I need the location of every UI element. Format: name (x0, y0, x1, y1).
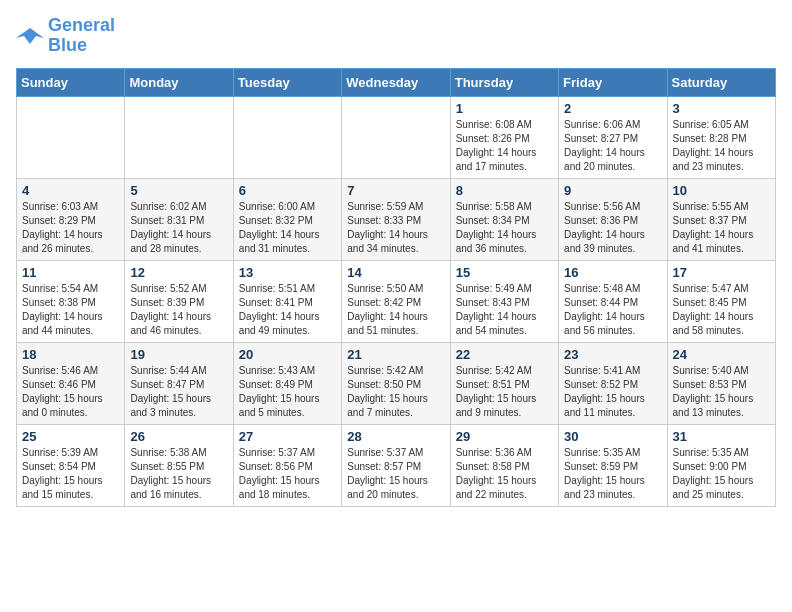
calendar-cell: 10 Sunrise: 5:55 AMSunset: 8:37 PMDaylig… (667, 178, 775, 260)
day-info: Sunrise: 5:37 AMSunset: 8:56 PMDaylight:… (239, 446, 336, 502)
day-info: Sunrise: 5:42 AMSunset: 8:51 PMDaylight:… (456, 364, 553, 420)
calendar-week-5: 25 Sunrise: 5:39 AMSunset: 8:54 PMDaylig… (17, 424, 776, 506)
day-info: Sunrise: 5:36 AMSunset: 8:58 PMDaylight:… (456, 446, 553, 502)
day-number: 18 (22, 347, 119, 362)
day-number: 11 (22, 265, 119, 280)
day-number: 10 (673, 183, 770, 198)
day-number: 21 (347, 347, 444, 362)
day-info: Sunrise: 5:35 AMSunset: 9:00 PMDaylight:… (673, 446, 770, 502)
day-info: Sunrise: 6:05 AMSunset: 8:28 PMDaylight:… (673, 118, 770, 174)
day-number: 19 (130, 347, 227, 362)
calendar-cell: 25 Sunrise: 5:39 AMSunset: 8:54 PMDaylig… (17, 424, 125, 506)
weekday-header-friday: Friday (559, 68, 667, 96)
day-info: Sunrise: 5:42 AMSunset: 8:50 PMDaylight:… (347, 364, 444, 420)
calendar-week-4: 18 Sunrise: 5:46 AMSunset: 8:46 PMDaylig… (17, 342, 776, 424)
day-number: 1 (456, 101, 553, 116)
calendar-cell: 28 Sunrise: 5:37 AMSunset: 8:57 PMDaylig… (342, 424, 450, 506)
calendar-cell: 2 Sunrise: 6:06 AMSunset: 8:27 PMDayligh… (559, 96, 667, 178)
day-info: Sunrise: 5:47 AMSunset: 8:45 PMDaylight:… (673, 282, 770, 338)
calendar-cell (17, 96, 125, 178)
day-info: Sunrise: 5:35 AMSunset: 8:59 PMDaylight:… (564, 446, 661, 502)
calendar-header-row: SundayMondayTuesdayWednesdayThursdayFrid… (17, 68, 776, 96)
calendar-week-3: 11 Sunrise: 5:54 AMSunset: 8:38 PMDaylig… (17, 260, 776, 342)
day-number: 22 (456, 347, 553, 362)
day-number: 7 (347, 183, 444, 198)
day-number: 2 (564, 101, 661, 116)
day-number: 4 (22, 183, 119, 198)
logo-bird-icon (16, 24, 44, 48)
calendar-cell (125, 96, 233, 178)
logo: General Blue (16, 16, 115, 56)
day-info: Sunrise: 5:37 AMSunset: 8:57 PMDaylight:… (347, 446, 444, 502)
day-number: 3 (673, 101, 770, 116)
calendar-cell: 1 Sunrise: 6:08 AMSunset: 8:26 PMDayligh… (450, 96, 558, 178)
day-info: Sunrise: 6:03 AMSunset: 8:29 PMDaylight:… (22, 200, 119, 256)
day-number: 5 (130, 183, 227, 198)
calendar-cell: 13 Sunrise: 5:51 AMSunset: 8:41 PMDaylig… (233, 260, 341, 342)
calendar-cell: 6 Sunrise: 6:00 AMSunset: 8:32 PMDayligh… (233, 178, 341, 260)
calendar-cell: 19 Sunrise: 5:44 AMSunset: 8:47 PMDaylig… (125, 342, 233, 424)
day-info: Sunrise: 5:56 AMSunset: 8:36 PMDaylight:… (564, 200, 661, 256)
day-info: Sunrise: 5:41 AMSunset: 8:52 PMDaylight:… (564, 364, 661, 420)
calendar-week-2: 4 Sunrise: 6:03 AMSunset: 8:29 PMDayligh… (17, 178, 776, 260)
calendar-cell: 29 Sunrise: 5:36 AMSunset: 8:58 PMDaylig… (450, 424, 558, 506)
day-number: 13 (239, 265, 336, 280)
logo-text: General Blue (48, 16, 115, 56)
day-info: Sunrise: 5:40 AMSunset: 8:53 PMDaylight:… (673, 364, 770, 420)
calendar-cell: 22 Sunrise: 5:42 AMSunset: 8:51 PMDaylig… (450, 342, 558, 424)
calendar-cell: 5 Sunrise: 6:02 AMSunset: 8:31 PMDayligh… (125, 178, 233, 260)
day-number: 28 (347, 429, 444, 444)
calendar-cell: 17 Sunrise: 5:47 AMSunset: 8:45 PMDaylig… (667, 260, 775, 342)
day-info: Sunrise: 6:02 AMSunset: 8:31 PMDaylight:… (130, 200, 227, 256)
day-info: Sunrise: 5:44 AMSunset: 8:47 PMDaylight:… (130, 364, 227, 420)
day-info: Sunrise: 5:54 AMSunset: 8:38 PMDaylight:… (22, 282, 119, 338)
day-number: 14 (347, 265, 444, 280)
day-number: 27 (239, 429, 336, 444)
calendar-cell: 8 Sunrise: 5:58 AMSunset: 8:34 PMDayligh… (450, 178, 558, 260)
day-info: Sunrise: 5:48 AMSunset: 8:44 PMDaylight:… (564, 282, 661, 338)
day-number: 6 (239, 183, 336, 198)
day-number: 15 (456, 265, 553, 280)
calendar-cell: 30 Sunrise: 5:35 AMSunset: 8:59 PMDaylig… (559, 424, 667, 506)
calendar-cell: 21 Sunrise: 5:42 AMSunset: 8:50 PMDaylig… (342, 342, 450, 424)
weekday-header-monday: Monday (125, 68, 233, 96)
day-info: Sunrise: 6:00 AMSunset: 8:32 PMDaylight:… (239, 200, 336, 256)
calendar-cell: 4 Sunrise: 6:03 AMSunset: 8:29 PMDayligh… (17, 178, 125, 260)
day-info: Sunrise: 5:46 AMSunset: 8:46 PMDaylight:… (22, 364, 119, 420)
day-number: 12 (130, 265, 227, 280)
day-number: 16 (564, 265, 661, 280)
calendar-cell (342, 96, 450, 178)
calendar-cell: 26 Sunrise: 5:38 AMSunset: 8:55 PMDaylig… (125, 424, 233, 506)
calendar-cell: 14 Sunrise: 5:50 AMSunset: 8:42 PMDaylig… (342, 260, 450, 342)
day-number: 29 (456, 429, 553, 444)
day-info: Sunrise: 5:59 AMSunset: 8:33 PMDaylight:… (347, 200, 444, 256)
day-info: Sunrise: 5:38 AMSunset: 8:55 PMDaylight:… (130, 446, 227, 502)
day-number: 25 (22, 429, 119, 444)
calendar-cell: 12 Sunrise: 5:52 AMSunset: 8:39 PMDaylig… (125, 260, 233, 342)
calendar-cell: 31 Sunrise: 5:35 AMSunset: 9:00 PMDaylig… (667, 424, 775, 506)
day-info: Sunrise: 6:06 AMSunset: 8:27 PMDaylight:… (564, 118, 661, 174)
weekday-header-saturday: Saturday (667, 68, 775, 96)
day-number: 20 (239, 347, 336, 362)
day-info: Sunrise: 5:58 AMSunset: 8:34 PMDaylight:… (456, 200, 553, 256)
weekday-header-thursday: Thursday (450, 68, 558, 96)
calendar-cell: 9 Sunrise: 5:56 AMSunset: 8:36 PMDayligh… (559, 178, 667, 260)
day-number: 24 (673, 347, 770, 362)
calendar-cell: 27 Sunrise: 5:37 AMSunset: 8:56 PMDaylig… (233, 424, 341, 506)
day-number: 8 (456, 183, 553, 198)
day-number: 9 (564, 183, 661, 198)
calendar-cell: 11 Sunrise: 5:54 AMSunset: 8:38 PMDaylig… (17, 260, 125, 342)
weekday-header-wednesday: Wednesday (342, 68, 450, 96)
calendar-cell: 24 Sunrise: 5:40 AMSunset: 8:53 PMDaylig… (667, 342, 775, 424)
day-info: Sunrise: 5:51 AMSunset: 8:41 PMDaylight:… (239, 282, 336, 338)
calendar-cell: 7 Sunrise: 5:59 AMSunset: 8:33 PMDayligh… (342, 178, 450, 260)
calendar-cell: 23 Sunrise: 5:41 AMSunset: 8:52 PMDaylig… (559, 342, 667, 424)
day-number: 26 (130, 429, 227, 444)
weekday-header-tuesday: Tuesday (233, 68, 341, 96)
day-info: Sunrise: 5:39 AMSunset: 8:54 PMDaylight:… (22, 446, 119, 502)
page-header: General Blue (16, 16, 776, 56)
calendar-cell: 20 Sunrise: 5:43 AMSunset: 8:49 PMDaylig… (233, 342, 341, 424)
svg-marker-0 (16, 28, 44, 44)
day-info: Sunrise: 5:43 AMSunset: 8:49 PMDaylight:… (239, 364, 336, 420)
calendar-cell: 16 Sunrise: 5:48 AMSunset: 8:44 PMDaylig… (559, 260, 667, 342)
